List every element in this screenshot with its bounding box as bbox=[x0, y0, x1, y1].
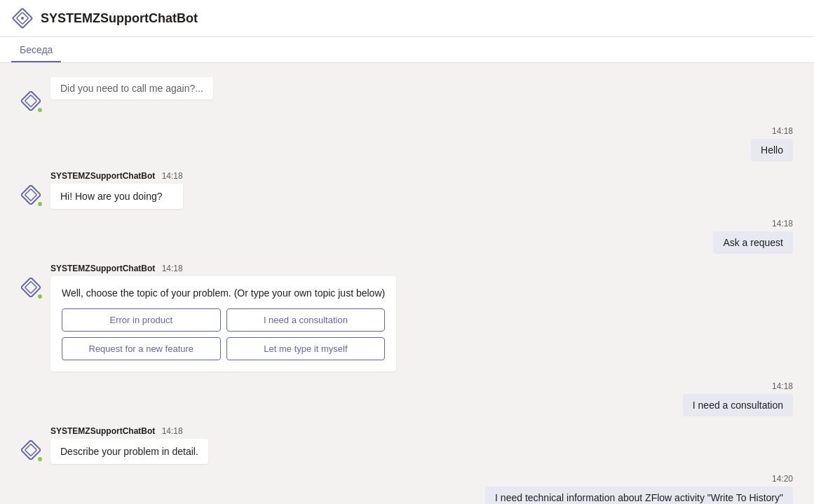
bot-meta-2: SYSTEMZSupportChatBot 14:18 bbox=[50, 264, 396, 273]
bot-message-2: SYSTEMZSupportChatBot 14:18 Well, choose… bbox=[21, 264, 793, 372]
user-bubble-wrap-3: 14:18 I need a consultation bbox=[683, 381, 793, 416]
option-error-in-product[interactable]: Error in product bbox=[62, 308, 221, 332]
nav-bar: Беседа bbox=[0, 37, 814, 63]
user-bubble-wrap-2: 14:18 Ask a request bbox=[713, 219, 793, 254]
bot-logo-icon bbox=[11, 7, 34, 29]
options-bubble: Well, choose the topic of your problem. … bbox=[50, 276, 396, 372]
bot-message-1: SYSTEMZSupportChatBot 14:18 Hi! How are … bbox=[21, 171, 793, 209]
bot-status-4 bbox=[36, 456, 43, 463]
tab-beseда[interactable]: Беседа bbox=[11, 37, 61, 62]
user-bubble-2: Ask a request bbox=[713, 231, 793, 254]
bot-meta-1: SYSTEMZSupportChatBot 14:18 bbox=[50, 171, 183, 181]
svg-point-2 bbox=[21, 17, 24, 20]
options-text: Well, choose the topic of your problem. … bbox=[62, 287, 385, 299]
user-bubble-1: Hello bbox=[751, 139, 793, 161]
bot-time-3: 14:18 bbox=[162, 426, 183, 436]
user-bubble-wrap-1: 14:18 Hello bbox=[751, 126, 793, 161]
bot-status-indicator bbox=[36, 107, 43, 114]
header: SYSTEMZSupportChatBot bbox=[0, 0, 814, 37]
partial-top-row: Did you need to call me again?... bbox=[21, 77, 793, 114]
svg-rect-8 bbox=[25, 282, 37, 294]
user-bubble-wrap-4: 14:20 I need technical information about… bbox=[485, 474, 793, 504]
page-title: SYSTEMZSupportChatBot bbox=[41, 11, 198, 26]
bot-bubble-wrap-3: SYSTEMZSupportChatBot 14:18 Describe you… bbox=[50, 426, 208, 464]
svg-rect-6 bbox=[25, 189, 37, 201]
option-consultation[interactable]: I need a consultation bbox=[226, 308, 386, 332]
bot-time-2: 14:18 bbox=[162, 264, 183, 273]
bot-time-1: 14:18 bbox=[162, 171, 183, 181]
user-message-3: 14:18 I need a consultation bbox=[21, 381, 793, 416]
user-message-1: 14:18 Hello bbox=[21, 126, 793, 161]
user-time-2: 14:18 bbox=[772, 219, 793, 229]
bot-name-1: SYSTEMZSupportChatBot bbox=[50, 171, 155, 181]
user-time-4: 14:20 bbox=[772, 474, 793, 484]
svg-rect-4 bbox=[25, 95, 37, 107]
bot-meta-3: SYSTEMZSupportChatBot 14:18 bbox=[50, 426, 208, 436]
bot-name-2: SYSTEMZSupportChatBot bbox=[50, 264, 155, 273]
user-bubble-4: I need technical information about ZFlow… bbox=[485, 486, 793, 504]
user-message-2: 14:18 Ask a request bbox=[21, 219, 793, 254]
svg-rect-10 bbox=[25, 444, 37, 456]
chat-container: Did you need to call me again?... 14:18 … bbox=[0, 63, 814, 504]
user-message-4: 14:20 I need technical information about… bbox=[21, 474, 793, 504]
bot-status-2 bbox=[36, 200, 43, 207]
option-new-feature[interactable]: Request for a new feature bbox=[62, 337, 221, 360]
partial-top-bubble: Did you need to call me again?... bbox=[50, 77, 213, 100]
user-bubble-3: I need a consultation bbox=[683, 394, 793, 416]
bot-bubble-1: Hi! How are you doing? bbox=[50, 184, 183, 209]
option-type-myself[interactable]: Let me type it myself bbox=[226, 337, 386, 360]
bot-bubble-3: Describe your problem in detail. bbox=[50, 439, 208, 464]
bot-bubble-wrap-1: SYSTEMZSupportChatBot 14:18 Hi! How are … bbox=[50, 171, 183, 209]
bot-avatar-3 bbox=[21, 278, 43, 300]
bot-message-3: SYSTEMZSupportChatBot 14:18 Describe you… bbox=[21, 426, 793, 464]
user-time-1: 14:18 bbox=[772, 126, 793, 136]
bot-avatar bbox=[21, 91, 43, 114]
options-grid: Error in product I need a consultation R… bbox=[62, 308, 385, 360]
bot-avatar-2 bbox=[21, 185, 43, 207]
bot-status-3 bbox=[36, 293, 43, 300]
bot-bubble-wrap-2: SYSTEMZSupportChatBot 14:18 Well, choose… bbox=[50, 264, 396, 372]
bot-avatar-4 bbox=[21, 440, 43, 463]
user-time-3: 14:18 bbox=[772, 381, 793, 391]
bot-name-3: SYSTEMZSupportChatBot bbox=[50, 426, 155, 436]
